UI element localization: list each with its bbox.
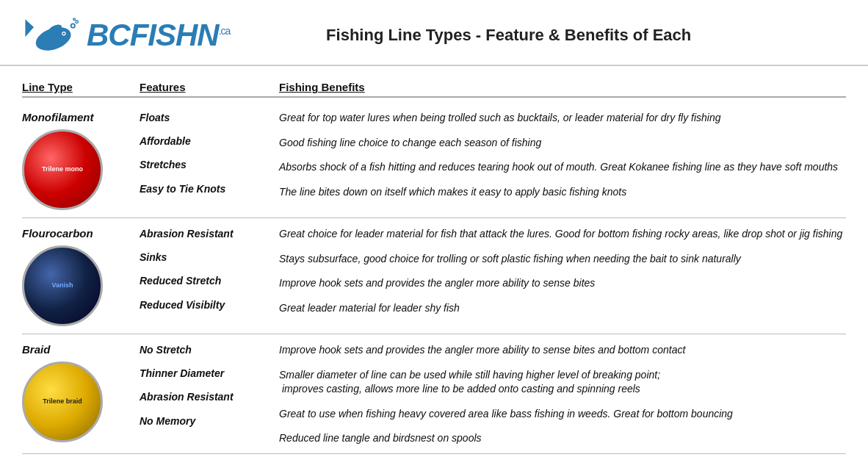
col-header-benefits: Fishing Benefits	[279, 81, 846, 93]
column-headers: Line Type Features Fishing Benefits	[22, 75, 846, 98]
header-title-area: Fishing Line Types - Feature & Benefits …	[230, 26, 846, 45]
main-content: Line Type Features Fishing Benefits Mono…	[0, 66, 868, 457]
benefit-item-monofilament-2: Absorbs shock of a fish hitting and redu…	[279, 160, 846, 175]
benefit-item-braid-0: Improve hook sets and provides the angle…	[279, 343, 846, 358]
logo-text: BCFISHN.ca	[87, 20, 230, 51]
feature-item-monofilament-0: Floats	[140, 111, 279, 124]
benefits-col-braid: Improve hook sets and provides the angle…	[279, 340, 846, 446]
svg-point-5	[71, 24, 75, 27]
logo-area: BCFISHN.ca	[22, 13, 230, 57]
feature-item-braid-3: No Memory	[140, 414, 279, 428]
svg-point-7	[73, 18, 76, 21]
line-type-col-monofilament: MonofilamentTrilene mono	[22, 108, 140, 210]
line-type-col-braid: BraidTrilene braid	[22, 340, 140, 442]
benefits-col-monofilament: Great for top water lures when being tro…	[279, 108, 846, 199]
line-type-name-braid: Braid	[22, 343, 50, 356]
benefit-item-flourocarbon-1: Stays subsurface, good choice for trolli…	[279, 252, 846, 267]
col-header-line-type: Line Type	[22, 81, 140, 93]
line-sections: MonofilamentTrilene monoFloatsAffordable…	[22, 102, 846, 454]
line-section-braid: BraidTrilene braidNo StretchThinner Diam…	[22, 334, 846, 454]
benefit-item-flourocarbon-2: Improve hook sets and provides the angle…	[279, 276, 846, 291]
col-header-features: Features	[140, 81, 279, 93]
product-image-braid: Trilene braid	[22, 361, 103, 442]
svg-marker-1	[25, 19, 34, 37]
benefit-item-flourocarbon-0: Great choice for leader material for fis…	[279, 227, 846, 242]
benefit-item-monofilament-0: Great for top water lures when being tro…	[279, 111, 846, 126]
benefit-item-flourocarbon-3: Great leader material for leader shy fis…	[279, 301, 846, 316]
benefit-item-monofilament-1: Good fishing line choice to change each …	[279, 136, 846, 151]
feature-item-braid-0: No Stretch	[140, 343, 279, 356]
product-image-flourocarbon: Vanish	[22, 245, 103, 326]
benefit-item-braid-1: Smaller diameter of line can be used whi…	[279, 368, 846, 397]
line-type-col-flourocarbon: FlourocarbonVanish	[22, 224, 140, 326]
feature-item-braid-1: Thinner Diameter	[140, 367, 279, 380]
line-section-flourocarbon: FlourocarbonVanishAbrasion ResistantSink…	[22, 218, 846, 334]
feature-item-monofilament-3: Easy to Tie Knots	[140, 182, 279, 195]
benefit-item-braid-2: Great to use when fishing heavy covered …	[279, 407, 846, 422]
fish-logo-icon	[22, 13, 81, 57]
benefit-item-braid-3: Reduced line tangle and birdsnest on spo…	[279, 431, 846, 446]
line-type-name-monofilament: Monofilament	[22, 111, 94, 123]
header: BCFISHN.ca Fishing Line Types - Feature …	[0, 0, 868, 66]
feature-item-flourocarbon-0: Abrasion Resistant	[140, 227, 279, 240]
feature-item-braid-2: Abrasion Resistant	[140, 390, 279, 403]
feature-item-flourocarbon-3: Reduced Visibilty	[140, 298, 279, 312]
product-image-monofilament: Trilene mono	[22, 129, 103, 210]
benefits-col-flourocarbon: Great choice for leader material for fis…	[279, 224, 846, 315]
feature-item-flourocarbon-2: Reduced Stretch	[140, 274, 279, 287]
feature-item-monofilament-1: Affordable	[140, 134, 279, 148]
features-col-flourocarbon: Abrasion ResistantSinksReduced StretchRe…	[140, 224, 279, 312]
page-title: Fishing Line Types - Feature & Benefits …	[230, 26, 787, 45]
feature-item-monofilament-2: Stretches	[140, 158, 279, 171]
features-col-monofilament: FloatsAffordableStretchesEasy to Tie Kno…	[140, 108, 279, 195]
benefit-item-monofilament-3: The line bites down on itself which make…	[279, 185, 846, 200]
feature-item-flourocarbon-1: Sinks	[140, 251, 279, 264]
features-col-braid: No StretchThinner DiameterAbrasion Resis…	[140, 340, 279, 428]
line-section-monofilament: MonofilamentTrilene monoFloatsAffordable…	[22, 102, 846, 218]
svg-point-3	[63, 32, 65, 35]
line-type-name-flourocarbon: Flourocarbon	[22, 227, 93, 240]
svg-point-6	[76, 21, 79, 24]
